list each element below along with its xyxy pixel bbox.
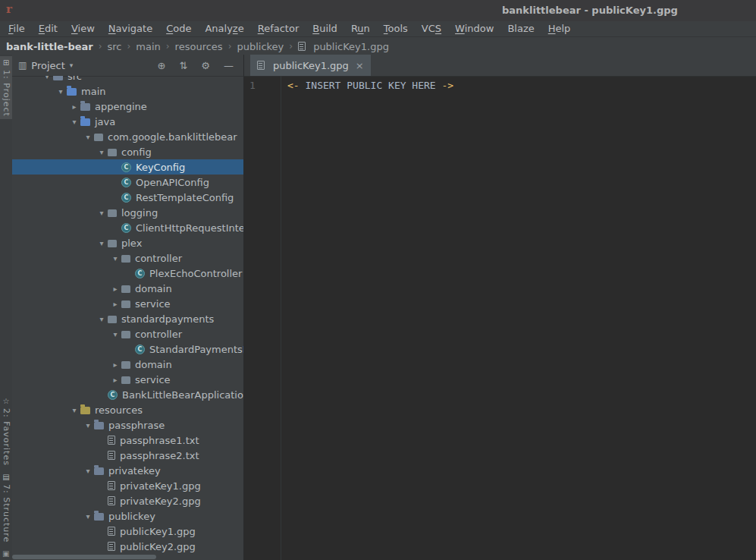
menu-code[interactable]: Code — [159, 21, 198, 36]
tree-item-com-google-banklittlebear[interactable]: ▾com.google.banklittlebear — [12, 129, 243, 144]
breadcrumb-item-bank-little-bear[interactable]: bank-little-bear — [6, 41, 93, 52]
menu-analyze[interactable]: Analyze — [198, 21, 250, 36]
tree-item-logging[interactable]: ▾logging — [12, 205, 243, 220]
close-icon[interactable]: × — [356, 60, 364, 71]
chevron-down-icon[interactable]: ▾ — [109, 254, 121, 263]
tree-item-passphrase[interactable]: ▾passphrase — [12, 417, 243, 433]
chevron-down-icon[interactable]: ▾ — [82, 133, 94, 141]
menu-refactor[interactable]: Refactor — [251, 21, 306, 36]
menu-edit[interactable]: Edit — [32, 21, 64, 36]
tree-item-domain[interactable]: ▸domain — [12, 357, 243, 372]
project-tree: ▾src▾main▸appengine▾java▾com.google.bank… — [12, 76, 243, 554]
code-content[interactable]: <- INSERT PUBLIC KEY HERE -> — [287, 78, 453, 93]
horizontal-scrollbar[interactable] — [12, 555, 156, 559]
tree-item-resttemplateconfig[interactable]: CRestTemplateConfig — [12, 190, 243, 205]
tree-item-plex[interactable]: ▾plex — [12, 235, 243, 250]
tree-item-resources[interactable]: ▾resources — [12, 402, 243, 417]
tree-item-passphrase1-txt[interactable]: passphrase1.txt — [12, 433, 243, 448]
chevron-right-icon[interactable]: ▸ — [109, 300, 121, 308]
chevron-down-icon[interactable]: ▾ — [96, 315, 108, 323]
tree-item-label: passphrase2.txt — [120, 450, 199, 461]
tree-item-domain[interactable]: ▸domain — [12, 281, 243, 296]
tree-item-keyconfig[interactable]: CKeyConfig — [12, 159, 243, 175]
settings-icon[interactable]: ⚙ — [201, 61, 210, 71]
tab-publickey1-gpg[interactable]: publicKey1.gpg× — [250, 55, 371, 76]
chevron-right-icon[interactable]: ▸ — [109, 360, 121, 369]
tree-item-label: passphrase1.txt — [120, 435, 199, 446]
chevron-right-icon[interactable]: ▸ — [109, 376, 121, 384]
tree-item-banklittlebearapplication[interactable]: CBankLittleBearApplication — [12, 387, 243, 402]
tool-stripe-7-structure[interactable]: ▤7: Structure — [0, 470, 12, 545]
tool-stripe-1-project[interactable]: ⊞1: Project — [0, 56, 12, 119]
tree-item-privatekey[interactable]: ▾privatekey — [12, 463, 243, 478]
tree-item-controller[interactable]: ▾controller — [12, 250, 243, 266]
breadcrumb-item-publickey[interactable]: publickey — [237, 41, 284, 52]
tree-item-publickey1-gpg[interactable]: publicKey1.gpg — [12, 524, 243, 539]
tree-item-src[interactable]: ▾src — [12, 76, 243, 83]
chevron-down-icon[interactable]: ▾ — [96, 209, 108, 217]
editor-body[interactable]: 1 <- INSERT PUBLIC KEY HERE -> — [244, 76, 756, 560]
menu-run[interactable]: Run — [344, 21, 377, 36]
chevron-right-icon[interactable]: ▸ — [109, 285, 121, 293]
chevron-right-icon[interactable]: ▸ — [68, 102, 80, 111]
tree-item-privatekey1-gpg[interactable]: privateKey1.gpg — [12, 478, 243, 493]
tree-item-passphrase2-txt[interactable]: passphrase2.txt — [12, 448, 243, 463]
hide-icon[interactable]: — — [224, 61, 234, 71]
breadcrumb-item-resources[interactable]: resources — [175, 41, 223, 52]
line-number: 1 — [244, 78, 281, 93]
tool-stripe-2-favorites[interactable]: ☆2: Favorites — [0, 395, 12, 468]
tree-item-label: src — [67, 76, 82, 82]
menu-tools[interactable]: Tools — [377, 21, 415, 36]
collapse-all-icon[interactable]: ⇅ — [179, 61, 187, 71]
chevron-down-icon[interactable]: ▾ — [68, 406, 80, 414]
locate-icon[interactable]: ⊕ — [158, 61, 166, 71]
tree-item-label: domain — [135, 359, 172, 370]
menu-view[interactable]: View — [64, 21, 102, 36]
tree-item-standardpaymentsechocontroller[interactable]: CStandardPaymentsEchoController — [12, 341, 243, 357]
menu-navigate[interactable]: Navigate — [102, 21, 159, 36]
menu-file[interactable]: File — [2, 21, 32, 36]
breadcrumb-separator-icon: › — [228, 41, 232, 52]
chevron-down-icon[interactable]: ▾ — [96, 239, 108, 247]
chevron-down-icon[interactable]: ▾ — [55, 87, 67, 96]
tree-item-plexechocontroller[interactable]: CPlexEchoController — [12, 266, 243, 281]
code-segment: INSERT PUBLIC KEY HERE — [300, 80, 442, 91]
tree-item-config[interactable]: ▾config — [12, 144, 243, 159]
chevron-down-icon[interactable]: ▾ — [109, 330, 121, 338]
tree-item-standardpayments[interactable]: ▾standardpayments — [12, 311, 243, 326]
chevron-down-icon[interactable]: ▾ — [82, 421, 94, 429]
tree-item-java[interactable]: ▾java — [12, 114, 243, 129]
menu-blaze[interactable]: Blaze — [500, 21, 541, 36]
breadcrumb-label: resources — [175, 41, 223, 52]
tree-item-main[interactable]: ▾main — [12, 83, 243, 99]
menu-window[interactable]: Window — [448, 21, 500, 36]
chevron-down-icon[interactable]: ▾ — [82, 467, 94, 475]
tree-item-service[interactable]: ▸service — [12, 296, 243, 311]
chevron-down-icon[interactable]: ▾ — [96, 148, 108, 156]
project-panel-title[interactable]: Project — [31, 60, 64, 71]
toolwindow-toggle-icon[interactable]: ▣ — [2, 549, 9, 558]
project-tool-icon: ⊞ — [3, 58, 9, 67]
menu-vcs[interactable]: VCS — [415, 21, 448, 36]
breadcrumb-item-src[interactable]: src — [108, 41, 122, 52]
tree-item-publickey2-gpg[interactable]: publicKey2.gpg — [12, 539, 243, 554]
menu-build[interactable]: Build — [306, 21, 344, 36]
class-icon: C — [108, 390, 118, 400]
tree-item-clienthttprequestinterceptor[interactable]: CClientHttpRequestInterceptor — [12, 220, 243, 235]
tree-item-privatekey2-gpg[interactable]: privateKey2.gpg — [12, 493, 243, 508]
chevron-down-icon[interactable]: ▾ — [82, 512, 94, 521]
chevron-down-icon[interactable]: ▾ — [68, 118, 80, 126]
tree-item-controller[interactable]: ▾controller — [12, 326, 243, 341]
tree-item-label: appengine — [95, 101, 147, 112]
menu-help[interactable]: Help — [541, 21, 578, 36]
tool-window-stripe: ▣ ⊞1: Project☆2: Favorites▤7: Structure — [0, 55, 13, 560]
tree-item-appengine[interactable]: ▸appengine — [12, 99, 243, 114]
tree-item-service[interactable]: ▸service — [12, 372, 243, 387]
breadcrumb-item-main[interactable]: main — [136, 41, 160, 52]
chevron-down-icon[interactable]: ▾ — [41, 76, 53, 80]
breadcrumb-item-publickey1-gpg[interactable]: publicKey1.gpg — [298, 41, 389, 52]
chevron-down-icon[interactable]: ▾ — [70, 61, 74, 69]
tree-item-openapiconfig[interactable]: COpenAPIConfig — [12, 175, 243, 190]
tree-item-publickey[interactable]: ▾publickey — [12, 508, 243, 524]
tree-item-label: publicKey1.gpg — [120, 526, 196, 537]
